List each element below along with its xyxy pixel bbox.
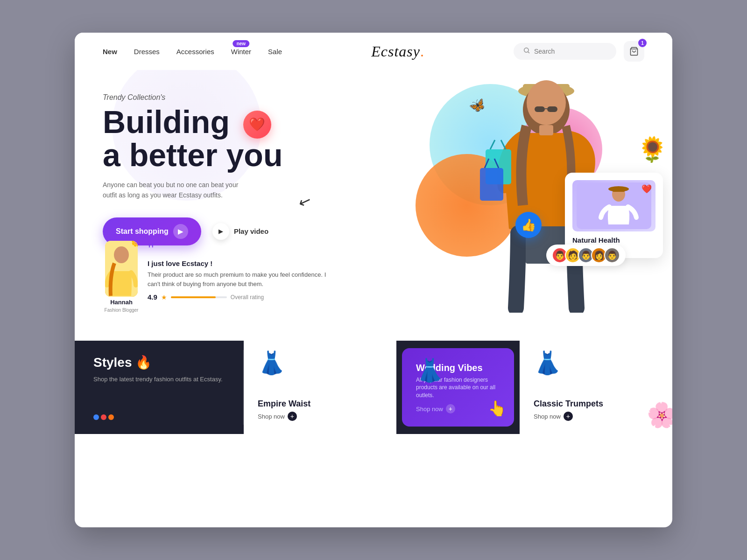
cart-count: 1: [638, 39, 647, 47]
rating-bar: [171, 296, 227, 298]
empire-waist-title: Empire Waist: [258, 399, 310, 409]
dot-blue: [93, 414, 99, 420]
person-name: Hannah: [110, 299, 133, 306]
wedding-vibes-item: 👗 Wedding Vibes All popular fashion desi…: [402, 348, 514, 427]
dots-decoration: [93, 414, 114, 420]
search-input[interactable]: [534, 48, 609, 55]
sunflower-decoration: 🌻: [637, 135, 668, 164]
cart-button[interactable]: 1: [624, 41, 644, 62]
wedding-plus-icon: +: [446, 404, 455, 413]
classic-trumpets-title: Classic Trumpets: [534, 399, 603, 409]
svg-rect-8: [547, 106, 557, 112]
review-body: Their product are so much premium to mak…: [148, 270, 327, 288]
person-image: 🌼: [105, 241, 138, 297]
testimonial-person: 🌼 Hannah Fashion Blogger: [103, 241, 140, 313]
navbar: New Dresses Accessories new Winter Sale …: [75, 33, 672, 70]
classic-trumpets-icon: 👗: [534, 350, 562, 376]
brand-logo[interactable]: Ecstasy.: [282, 43, 514, 60]
review-title: I just love Ecstacy !: [148, 259, 327, 267]
dot-orange: [108, 414, 114, 420]
avatar-group: 👨 🧑 👨 👩 👨: [546, 245, 626, 266]
nav-links: New Dresses Accessories new Winter Sale: [103, 48, 282, 56]
classic-trumpets-plus-icon: +: [564, 412, 573, 421]
card-image: ❤️: [572, 180, 655, 231]
svg-point-0: [524, 48, 529, 52]
rating-number: 4.9: [148, 293, 157, 301]
empire-waist-item: 👗 Empire Waist Shop now +: [244, 341, 396, 434]
svg-rect-21: [612, 187, 625, 192]
finger-pointer-icon: 👆: [488, 399, 507, 417]
svg-line-13: [501, 140, 506, 149]
person-flower-icon: 🌼: [131, 241, 138, 247]
star-icon: ★: [161, 294, 167, 301]
styles-description: Shop the latest trendy fashion outfits a…: [93, 375, 224, 384]
bottom-section: Styles 🔥 Shop the latest trendy fashion …: [75, 341, 672, 434]
classic-trumpets-link[interactable]: Shop now +: [534, 412, 573, 421]
hero-subtitle: Trendy Collection's: [103, 93, 345, 102]
styles-title: Styles 🔥: [93, 355, 224, 370]
nav-item-new[interactable]: New: [103, 48, 117, 56]
testimonial-content: " I just love Ecstacy ! Their product ar…: [148, 241, 327, 301]
nav-item-dresses[interactable]: Dresses: [134, 48, 160, 56]
svg-rect-10: [539, 125, 553, 135]
testimonial: 🌼 Hannah Fashion Blogger " I just love E…: [103, 241, 327, 313]
hero-title: Building ❤️ a better you: [103, 105, 345, 172]
svg-point-6: [527, 80, 566, 125]
quote-mark: ": [148, 241, 327, 258]
rating-fill: [171, 296, 216, 298]
classic-trumpets-item: 👗 Classic Trumpets Shop now + 🌸: [520, 341, 672, 434]
person-role: Fashion Blogger: [105, 308, 139, 313]
wedding-link[interactable]: Shop now +: [416, 404, 455, 413]
search-icon: [523, 47, 530, 56]
empire-waist-link[interactable]: Shop now +: [258, 412, 297, 421]
card-title: Natural Health: [572, 236, 655, 244]
arrow-icon: ▶: [173, 224, 188, 239]
search-bar[interactable]: [514, 43, 616, 60]
nav-item-winter[interactable]: new Winter: [231, 48, 251, 56]
empire-waist-icon: 👗: [258, 350, 286, 376]
like-button[interactable]: 👍: [515, 212, 542, 238]
empire-waist-plus-icon: +: [288, 412, 297, 421]
dot-red: [101, 414, 106, 420]
hero-description: Anyone can beat you but no one can beat …: [103, 180, 252, 201]
wedding-icon: 👗: [416, 357, 444, 384]
styles-panel: Styles 🔥 Shop the latest trendy fashion …: [75, 341, 243, 434]
nav-item-accessories[interactable]: Accessories: [176, 48, 214, 56]
rating-row: 4.9 ★ Overall rating: [148, 293, 327, 301]
svg-point-23: [114, 246, 129, 263]
winter-new-badge: new: [233, 40, 249, 47]
avatar-5: 👨: [604, 247, 620, 263]
rating-label: Overall rating: [231, 294, 264, 301]
play-icon: ▶: [212, 223, 229, 240]
nav-right: 1: [514, 41, 644, 62]
play-video-button[interactable]: ▶ Play video: [212, 223, 268, 240]
svg-rect-14: [480, 168, 503, 201]
card-heart-icon: ❤️: [641, 184, 652, 194]
pink-flower-decoration: 🌸: [647, 401, 672, 429]
nav-item-sale[interactable]: Sale: [268, 48, 282, 56]
hero-section: Trendy Collection's Building ❤️ a better…: [75, 70, 672, 341]
svg-rect-7: [535, 106, 545, 112]
heart-icon: ❤️: [243, 111, 271, 139]
svg-line-12: [490, 140, 495, 149]
